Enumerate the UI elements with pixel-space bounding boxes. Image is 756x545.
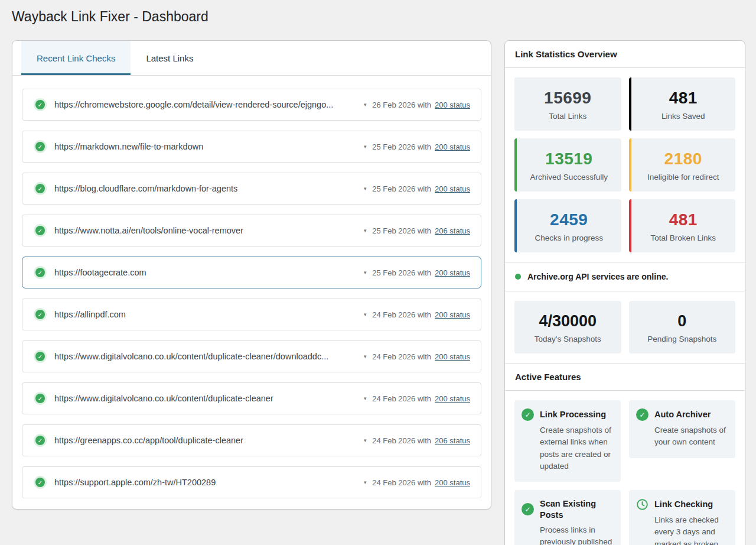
feature-title: Scan Existing Posts [540,498,614,521]
dropdown-toggle-icon[interactable]: ▼ [363,186,367,192]
success-check-icon: ✓ [35,478,45,487]
stat-value: 13519 [522,150,617,168]
link-statistics-panel: Link Statistics Overview 15699 Total Lin… [504,40,745,545]
feature-title: Auto Archiver [654,409,711,420]
api-status-text: Archive.org API services are online. [527,272,668,281]
link-check-row[interactable]: ✓ https://markdown.new/file-to-markdown … [22,131,481,163]
stat-card-ineligible-redirect: 2180 Ineligible for redirect [629,138,736,192]
dropdown-toggle-icon[interactable]: ▼ [363,270,367,275]
stat-label: Checks in progress [522,233,617,242]
success-check-icon: ✓ [35,100,45,109]
stats-grid: 15699 Total Links 481 Links Saved 13519 … [505,68,745,262]
status-link[interactable]: 200 status [435,100,470,109]
link-check-row[interactable]: ✓ https://www.notta.ai/en/tools/online-v… [22,215,481,246]
feature-description: Create snapshots of external links when … [540,424,614,472]
success-check-icon: ✓ [35,142,45,151]
stat-value: 2180 [636,150,731,168]
feature-card-scan-existing-posts: ✓ Scan Existing Posts Process links in p… [514,490,621,545]
link-check-row-selected[interactable]: ✓ https://footagecrate.com ▼ 25 Feb 2026… [22,257,481,288]
success-check-icon: ✓ [35,268,45,277]
checked-date: 26 Feb 2026 with [372,100,431,109]
link-url: https://support.apple.com/zh-tw/HT200289 [54,478,363,487]
status-link[interactable]: 200 status [435,268,470,277]
features-grid: ✓ Link Processing Create snapshots of ex… [505,391,745,545]
row-meta: ▼ 25 Feb 2026 with 206 status [363,226,470,235]
row-meta: ▼ 26 Feb 2026 with 200 status [363,100,470,109]
stat-card-links-saved: 481 Links Saved [629,77,736,131]
link-url: https://www.notta.ai/en/tools/online-voc… [54,226,363,235]
link-check-row[interactable]: ✓ https://greenapps.co.cc/app/tool/dupli… [22,424,481,456]
success-check-icon: ✓ [35,310,45,319]
feature-description: Create snapshots of your own content [654,424,728,449]
stat-label: Archived Successfully [522,173,617,181]
link-url: https://markdown.new/file-to-markdown [54,142,363,151]
row-meta: ▼ 24 Feb 2026 with 200 status [363,394,470,403]
feature-card-auto-archiver: ✓ Auto Archiver Create snapshots of your… [629,400,735,458]
stat-value: 15699 [519,89,617,108]
link-url: https://footagecrate.com [54,268,363,277]
checked-date: 24 Feb 2026 with [372,310,431,319]
status-link[interactable]: 206 status [435,436,470,445]
link-check-row[interactable]: ✓ https://blog.cloudflare.com/markdown-f… [22,173,481,205]
link-check-row[interactable]: ✓ https://www.digitalvolcano.co.uk/conte… [22,382,481,414]
dropdown-toggle-icon[interactable]: ▼ [363,228,367,233]
checked-date: 24 Feb 2026 with [372,478,431,487]
link-url: https://chromewebstore.google.com/detail… [54,100,363,109]
status-link[interactable]: 200 status [435,394,470,403]
feature-description: Links are checked every 3 days and marke… [654,514,728,545]
checked-date: 25 Feb 2026 with [372,226,431,235]
feature-card-link-checking: Link Checking Links are checked every 3 … [629,490,735,545]
feature-card-link-processing: ✓ Link Processing Create snapshots of ex… [514,400,621,482]
stat-label: Total Broken Links [636,233,731,242]
snapshot-card-today: 4/30000 Today's Snapshots [514,301,621,353]
snapshot-label: Pending Snapshots [634,335,731,343]
link-url: https://allinpdf.com [54,310,363,319]
status-link[interactable]: 206 status [435,226,470,235]
success-check-icon: ✓ [35,226,45,235]
link-url: https://www.digitalvolcano.co.uk/content… [54,394,363,403]
check-circle-icon: ✓ [522,408,534,421]
checked-date: 24 Feb 2026 with [372,394,431,403]
dropdown-toggle-icon[interactable]: ▼ [363,480,367,485]
link-url: https://www.digitalvolcano.co.uk/content… [54,352,363,361]
dropdown-toggle-icon[interactable]: ▼ [363,312,367,317]
link-check-row[interactable]: ✓ https://support.apple.com/zh-tw/HT2002… [22,466,481,498]
active-features-title: Active Features [505,364,745,391]
stats-panel-title: Link Statistics Overview [505,41,745,68]
feature-title: Link Checking [654,499,713,510]
checked-date: 25 Feb 2026 with [372,142,431,151]
stat-card-checks-in-progress: 2459 Checks in progress [514,199,621,252]
row-meta: ▼ 25 Feb 2026 with 200 status [363,184,470,193]
feature-title: Link Processing [540,409,606,420]
snapshot-card-pending: 0 Pending Snapshots [629,301,736,353]
dropdown-toggle-icon[interactable]: ▼ [363,144,367,150]
dropdown-toggle-icon[interactable]: ▼ [363,438,367,443]
online-status-dot-icon [515,274,521,280]
dropdown-toggle-icon[interactable]: ▼ [363,396,367,401]
stat-label: Ineligible for redirect [636,173,731,181]
snapshot-value: 4/30000 [519,312,617,330]
link-check-row[interactable]: ✓ https://www.digitalvolcano.co.uk/conte… [22,340,481,372]
row-meta: ▼ 25 Feb 2026 with 200 status [363,268,470,277]
dropdown-toggle-icon[interactable]: ▼ [363,354,367,359]
tab-recent-link-checks[interactable]: Recent Link Checks [21,41,131,75]
row-meta: ▼ 24 Feb 2026 with 206 status [363,436,470,445]
checked-date: 24 Feb 2026 with [372,436,431,445]
tab-latest-links[interactable]: Latest Links [131,41,208,75]
link-check-row[interactable]: ✓ https://chromewebstore.google.com/deta… [22,89,481,121]
stat-card-archived-successfully: 13519 Archived Successfully [514,138,621,192]
link-check-row[interactable]: ✓ https://allinpdf.com ▼ 24 Feb 2026 wit… [22,299,481,330]
recent-checks-panel: Recent Link Checks Latest Links ✓ https:… [12,40,491,510]
status-link[interactable]: 200 status [435,184,470,193]
status-link[interactable]: 200 status [435,310,470,319]
status-link[interactable]: 200 status [435,142,470,151]
stat-card-total-broken-links: 481 Total Broken Links [629,199,736,252]
row-meta: ▼ 24 Feb 2026 with 200 status [363,478,470,487]
status-link[interactable]: 200 status [435,352,470,361]
row-meta: ▼ 25 Feb 2026 with 200 status [363,142,470,151]
dropdown-toggle-icon[interactable]: ▼ [363,102,367,108]
status-link[interactable]: 200 status [435,478,470,487]
link-url: https://blog.cloudflare.com/markdown-for… [54,184,363,193]
check-circle-icon: ✓ [522,503,534,515]
page-title: Wayback Link Fixer - Dashboard [12,9,208,25]
